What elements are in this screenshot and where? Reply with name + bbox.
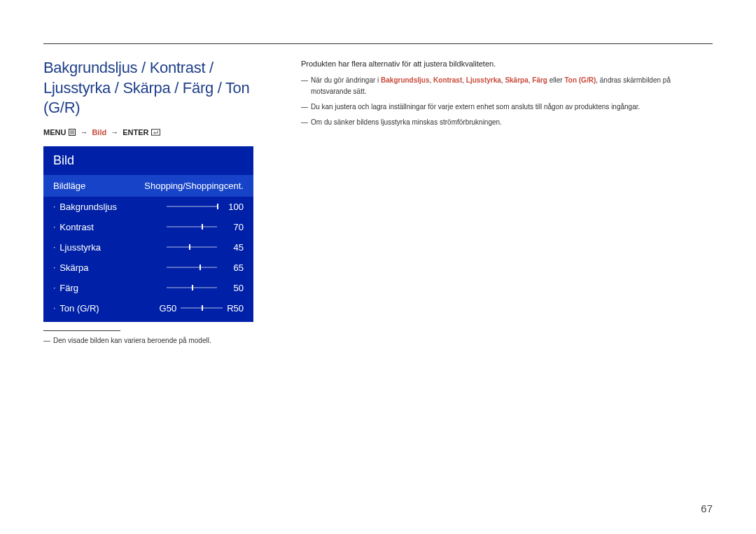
slider-row-kontrast[interactable]: · Kontrast 70 [43,217,253,237]
menu-panel: Bild Bildläge Shopping/Shoppingcent. · B… [43,146,253,322]
note-text: Om du sänker bildens ljusstyrka minskas … [311,117,502,128]
bullet-icon: · [53,242,55,252]
note-text: När du gör ändringar i Bakgrundsljus, Ko… [311,75,713,97]
breadcrumb-menu: MENU [43,128,66,136]
slider-value: 100 [224,202,244,212]
slider-track[interactable] [167,246,217,248]
bullet-icon: · [53,283,55,293]
dash-icon: ― [301,75,308,97]
svg-rect-4 [152,129,160,135]
slider-track[interactable] [167,287,217,288]
slider-label: Färg [59,283,78,293]
page-title: Bakgrundsljus / Kontrast / Ljusstyrka / … [43,58,274,118]
slider-row-tint[interactable]: · Ton (G/R) G50 R50 [43,298,253,322]
slider-value: 45 [224,242,244,253]
right-intro: Produkten har flera alternativ för att j… [301,59,713,68]
tint-right-value: R50 [227,303,244,314]
footnote-text: Den visade bilden kan variera beroende p… [53,337,211,344]
dash-icon: ― [301,101,308,113]
page-number: 67 [701,503,713,514]
footnote-rule [43,330,120,331]
slider-label: Kontrast [59,222,93,232]
slider-track[interactable] [181,307,223,309]
panel-mode-row[interactable]: Bildläge Shopping/Shoppingcent. [43,175,253,197]
breadcrumb: MENU → Bild → ENTER [43,128,274,136]
mode-label: Bildläge [53,181,85,191]
bullet-icon: · [53,202,55,211]
left-footnote: ― Den visade bilden kan variera beroende… [43,337,274,344]
panel-header: Bild [43,146,253,175]
slider-row-ljusstyrka[interactable]: · Ljusstyrka 45 [43,237,253,258]
slider-row-skarpa[interactable]: · Skärpa 65 [43,258,253,278]
slider-row-bakgrundsljus[interactable]: · Bakgrundsljus 100 [43,197,253,217]
slider-label: Ljusstyrka [59,242,101,253]
slider-track[interactable] [167,206,217,207]
breadcrumb-bild: Bild [92,128,106,136]
slider-value: 70 [224,222,244,232]
right-note-1: ― När du gör ändringar i Bakgrundsljus, … [301,75,713,97]
breadcrumb-enter: ENTER [122,128,148,136]
bullet-icon: · [53,222,55,232]
mode-value: Shopping/Shoppingcent. [144,181,244,191]
slider-label: Skärpa [59,262,88,273]
slider-track[interactable] [167,267,217,268]
dash-icon: ― [301,117,308,128]
top-rule [43,43,713,44]
tint-left-value: G50 [160,303,177,314]
enter-icon [151,128,160,136]
dash-icon: ― [43,337,50,344]
slider-label: Bakgrundsljus [59,202,117,212]
slider-row-farg[interactable]: · Färg 50 [43,278,253,298]
slider-track[interactable] [167,226,217,227]
bullet-icon: · [53,303,55,313]
menu-icon [69,128,76,136]
bullet-icon: · [53,262,55,272]
right-note-2: ― Du kan justera och lagra inställningar… [301,101,713,113]
slider-value: 65 [224,262,244,273]
arrow-icon: → [80,128,88,136]
slider-label: Ton (G/R) [59,303,99,314]
right-note-3: ― Om du sänker bildens ljusstyrka minska… [301,117,713,128]
arrow-icon: → [111,128,118,136]
note-text: Du kan justera och lagra inställningar f… [311,101,640,113]
slider-value: 50 [224,283,244,293]
